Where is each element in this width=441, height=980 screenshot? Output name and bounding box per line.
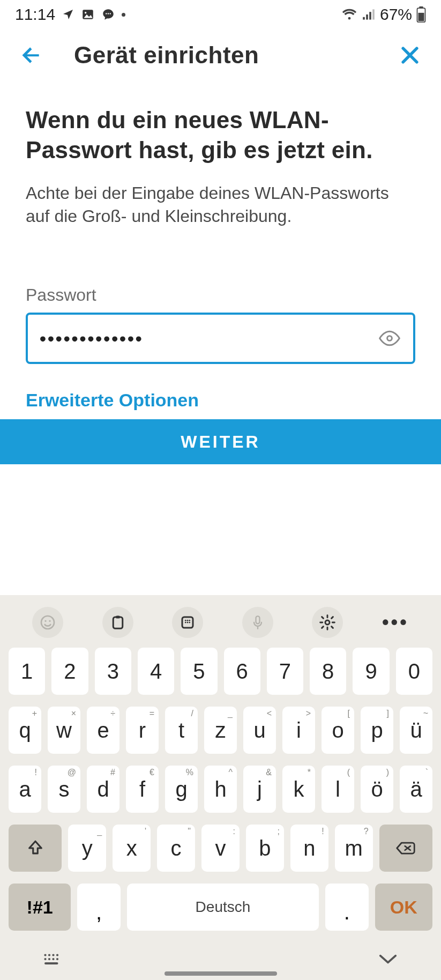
key-2[interactable]: 2: [51, 648, 88, 695]
picture-icon: [81, 8, 95, 21]
svg-rect-11: [418, 13, 424, 21]
headline: Wenn du ein neues WLAN-Passwort hast, gi…: [26, 105, 415, 166]
key-u[interactable]: u<: [243, 707, 276, 754]
more-icon[interactable]: •••: [382, 611, 409, 634]
svg-point-14: [45, 620, 47, 622]
key-h[interactable]: h^: [204, 766, 237, 813]
svg-point-30: [56, 954, 58, 956]
svg-point-12: [387, 336, 392, 341]
signal-icon: [362, 8, 376, 21]
key-t[interactable]: t/: [165, 707, 198, 754]
key-r[interactable]: r=: [126, 707, 159, 754]
key-ö[interactable]: ö): [361, 766, 393, 813]
close-icon[interactable]: [398, 43, 422, 67]
svg-point-1: [85, 12, 86, 13]
svg-point-15: [49, 620, 51, 622]
svg-point-24: [189, 622, 191, 623]
key-5[interactable]: 5: [181, 648, 217, 695]
chevron-down-icon[interactable]: [378, 953, 398, 966]
svg-point-21: [189, 620, 191, 621]
key-ü[interactable]: ü~: [400, 707, 432, 754]
back-icon[interactable]: [19, 43, 43, 67]
svg-point-13: [41, 616, 54, 629]
svg-rect-17: [116, 616, 120, 619]
key-1[interactable]: 1: [9, 648, 45, 695]
svg-point-20: [187, 620, 189, 621]
continue-button[interactable]: WEITER: [0, 419, 441, 464]
svg-point-31: [44, 958, 46, 960]
key-x[interactable]: x': [113, 825, 151, 872]
keyboard-switch-icon[interactable]: [43, 952, 62, 966]
svg-rect-8: [372, 9, 375, 19]
eye-icon[interactable]: [378, 330, 401, 346]
key-e[interactable]: e÷: [87, 707, 119, 754]
gear-icon[interactable]: [312, 607, 343, 638]
key-m[interactable]: m?: [335, 825, 373, 872]
comma-key[interactable]: ,: [77, 884, 121, 931]
keypad-options-icon[interactable]: [172, 607, 203, 638]
svg-rect-25: [256, 616, 259, 623]
status-right: 67%: [341, 5, 426, 24]
svg-point-33: [52, 958, 54, 960]
wifi-icon: [341, 8, 357, 21]
advanced-options-link[interactable]: Erweiterte Optionen: [26, 390, 415, 411]
key-j[interactable]: j&: [243, 766, 276, 813]
key-o[interactable]: o[: [322, 707, 354, 754]
key-k[interactable]: k*: [282, 766, 315, 813]
keyboard-toolbar: •••: [0, 605, 441, 648]
key-s[interactable]: s@: [48, 766, 80, 813]
svg-point-4: [110, 13, 111, 14]
svg-rect-16: [113, 617, 123, 628]
svg-point-27: [44, 954, 46, 956]
key-i[interactable]: i>: [282, 707, 315, 754]
keyboard: ••• 1234567890 q+w×e÷r=t/z_u<i>o[p]ü~ a!…: [0, 595, 441, 980]
svg-point-2: [106, 13, 107, 14]
key-y[interactable]: y_: [68, 825, 106, 872]
key-q[interactable]: q+: [9, 707, 41, 754]
key-n[interactable]: n!: [290, 825, 328, 872]
key-z[interactable]: z_: [204, 707, 237, 754]
svg-point-29: [52, 954, 54, 956]
notification-dot: [122, 13, 125, 17]
status-bar: 11:14 67%: [0, 0, 441, 27]
backspace-key[interactable]: [379, 825, 432, 872]
svg-point-3: [108, 13, 109, 14]
key-ä[interactable]: ä`: [400, 766, 432, 813]
key-4[interactable]: 4: [138, 648, 174, 695]
content-area: Wenn du ein neues WLAN-Passwort hast, gi…: [0, 78, 441, 411]
key-7[interactable]: 7: [267, 648, 303, 695]
key-g[interactable]: g%: [165, 766, 198, 813]
status-time: 11:14: [15, 5, 55, 24]
key-f[interactable]: f€: [126, 766, 159, 813]
svg-point-34: [56, 958, 58, 960]
key-l[interactable]: l(: [322, 766, 354, 813]
space-key[interactable]: Deutsch: [127, 884, 319, 931]
location-icon: [62, 8, 74, 21]
key-a[interactable]: a!: [9, 766, 41, 813]
key-8[interactable]: 8: [310, 648, 346, 695]
key-d[interactable]: d#: [87, 766, 119, 813]
home-indicator[interactable]: [165, 971, 277, 976]
key-v[interactable]: v:: [201, 825, 240, 872]
symbols-key[interactable]: !#1: [9, 884, 71, 931]
key-c[interactable]: c": [157, 825, 195, 872]
key-9[interactable]: 9: [353, 648, 389, 695]
shift-key[interactable]: [9, 825, 62, 872]
key-p[interactable]: p]: [361, 707, 393, 754]
key-w[interactable]: w×: [48, 707, 80, 754]
svg-point-28: [48, 954, 50, 956]
period-key[interactable]: .: [325, 884, 369, 931]
ok-key[interactable]: OK: [375, 884, 432, 931]
key-3[interactable]: 3: [95, 648, 131, 695]
clipboard-icon[interactable]: [102, 607, 133, 638]
mic-icon[interactable]: [242, 607, 273, 638]
svg-point-23: [187, 622, 189, 623]
password-field[interactable]: •••••••••••••: [26, 313, 415, 364]
svg-point-26: [325, 620, 330, 625]
status-left: 11:14: [15, 5, 125, 24]
svg-point-32: [48, 958, 50, 960]
key-6[interactable]: 6: [224, 648, 260, 695]
emoji-icon[interactable]: [32, 607, 63, 638]
key-b[interactable]: b;: [246, 825, 284, 872]
key-0[interactable]: 0: [396, 648, 432, 695]
